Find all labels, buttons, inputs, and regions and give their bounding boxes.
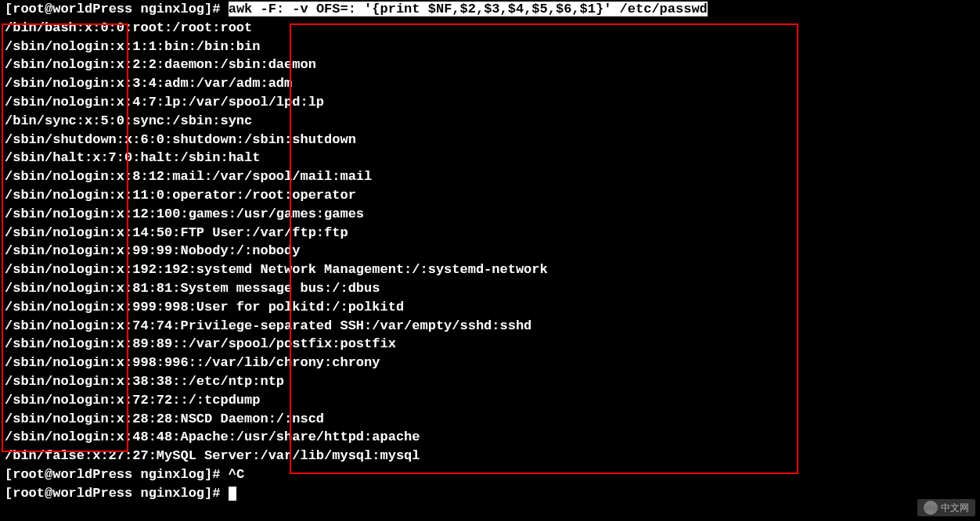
output-line: /sbin/nologin:x:1:1:bin:/bin:bin <box>5 38 975 56</box>
output-line: /sbin/halt:x:7:0:halt:/sbin:halt <box>5 149 975 167</box>
output-line: /sbin/nologin:x:12:100:games:/usr/games:… <box>5 205 975 224</box>
shell-prompt: [root@worldPress nginxlog]# <box>5 2 229 16</box>
output-line: /sbin/nologin:x:192:192:systemd Network … <box>5 260 975 279</box>
output-line: /bin/false:x:27:27:MySQL Server:/var/lib… <box>5 447 975 465</box>
output-line: /sbin/shutdown:x:6:0:shutdown:/sbin:shut… <box>5 131 975 149</box>
output-line: /sbin/nologin:x:998:996::/var/lib/chrony… <box>5 354 975 372</box>
terminal-window[interactable]: [root@worldPress nginxlog]# awk -F: -v O… <box>0 0 980 503</box>
output-line: /sbin/nologin:x:38:38::/etc/ntp:ntp <box>5 372 975 391</box>
output-line: /sbin/nologin:x:999:998:User for polkitd… <box>5 298 975 317</box>
watermark: php 中文网 <box>917 499 975 516</box>
output-line: /sbin/nologin:x:14:50:FTP User:/var/ftp:… <box>5 224 975 243</box>
output-line: /sbin/nologin:x:72:72::/:tcpdump <box>5 391 975 410</box>
output-line: /sbin/nologin:x:48:48:Apache:/usr/share/… <box>5 428 975 447</box>
watermark-text: 中文网 <box>941 501 969 515</box>
output-line: /sbin/nologin:x:11:0:operator:/root:oper… <box>5 186 975 205</box>
prompt-current[interactable]: [root@worldPress nginxlog]# <box>5 484 975 503</box>
entered-command: awk -F: -v OFS=: '{print $NF,$2,$3,$4,$5… <box>229 2 708 16</box>
output-line: /sbin/nologin:x:8:12:mail:/var/spool/mai… <box>5 167 975 186</box>
output-line: /sbin/nologin:x:89:89::/var/spool/postfi… <box>5 335 975 354</box>
text-cursor <box>229 487 236 501</box>
output-line: /sbin/nologin:x:74:74:Privilege-separate… <box>5 317 975 336</box>
command-output: /bin/bash:x:0:0:root:/root:root/sbin/nol… <box>5 19 975 465</box>
command-line: [root@worldPress nginxlog]# awk -F: -v O… <box>5 0 975 19</box>
watermark-logo-icon: php <box>924 501 938 515</box>
output-line: /bin/sync:x:5:0:sync:/sbin:sync <box>5 112 975 131</box>
output-line: /sbin/nologin:x:3:4:adm:/var/adm:adm <box>5 74 975 93</box>
output-line: /sbin/nologin:x:99:99:Nobody:/:nobody <box>5 242 975 260</box>
output-line: /sbin/nologin:x:2:2:daemon:/sbin:daemon <box>5 56 975 74</box>
prompt-interrupted: [root@worldPress nginxlog]# ^C <box>5 465 975 484</box>
output-line: /bin/bash:x:0:0:root:/root:root <box>5 19 975 38</box>
output-line: /sbin/nologin:x:28:28:NSCD Daemon:/:nscd <box>5 410 975 429</box>
output-line: /sbin/nologin:x:81:81:System message bus… <box>5 279 975 298</box>
output-line: /sbin/nologin:x:4:7:lp:/var/spool/lpd:lp <box>5 93 975 112</box>
